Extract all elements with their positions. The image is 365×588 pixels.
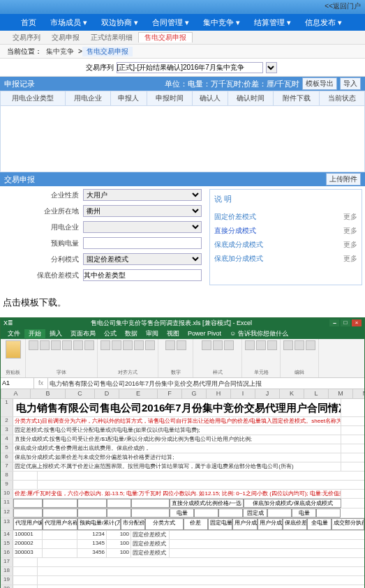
col-h[interactable]: H (207, 389, 231, 398)
border-icon[interactable] (62, 340, 72, 350)
close-button[interactable]: × (352, 319, 362, 326)
subnav-seq[interactable]: 交易序列 (7, 33, 46, 43)
col-c[interactable]: C (66, 389, 95, 398)
bc-sale-declare[interactable]: 售电交易申报 (82, 47, 133, 56)
menu-insert[interactable]: 插入 (45, 329, 66, 338)
menu-formula[interactable]: 公式 (100, 329, 121, 338)
note-5[interactable]: 保底成分成模式:售价费用超出底线费用。保底价成的， (13, 444, 341, 453)
merge-icon[interactable] (145, 340, 155, 350)
return-portal-link[interactable]: <<返回门户 (325, 1, 361, 11)
sel-location[interactable]: 衢州 (83, 205, 202, 217)
col-f[interactable]: F (158, 389, 182, 398)
col-d[interactable]: D (95, 389, 119, 398)
align-left-icon[interactable] (100, 340, 110, 350)
maximize-button[interactable]: □ (341, 319, 350, 326)
bc-bidding[interactable]: 集中竞争 (42, 47, 78, 56)
note-2[interactable]: 分类方式1)目前调查分为六种，六种以外的结算方式，请售电公司自行算出让还给用电户… (13, 417, 341, 425)
nav-home[interactable]: 首页 (14, 17, 43, 28)
col-g[interactable]: G (182, 389, 207, 398)
align-right-icon[interactable] (123, 340, 133, 350)
align-center-icon[interactable] (112, 340, 121, 350)
col-declare-time[interactable]: 申报时间 (147, 91, 192, 106)
upload-attachment-button[interactable]: 上传附件 (326, 173, 361, 186)
note-3[interactable]: 固定差模式:按售电公司受让分配电量或供电电量(如果仅以供电量结算电费); (13, 426, 341, 435)
subnav-declare[interactable]: 交易申报 (46, 33, 85, 43)
th-1[interactable]: 代理用户名称 (43, 518, 77, 530)
italic-icon[interactable] (40, 340, 50, 350)
menu-home[interactable]: 开始 (24, 329, 45, 338)
col-l[interactable]: L (304, 389, 329, 398)
minimize-button[interactable]: ‒ (329, 319, 339, 326)
nav-info[interactable]: 信息发布 ▾ (298, 17, 349, 28)
fill-icon[interactable] (73, 340, 83, 350)
desc-direct[interactable]: 直接分成模式更多 (214, 224, 357, 238)
font-color-icon[interactable] (84, 340, 94, 350)
th-14[interactable]: 成交部分执行价差 (332, 518, 364, 530)
th-8[interactable]: 用户分成比例 (232, 518, 258, 530)
note-6[interactable]: 保底加分成模式:如果价差与未成交部分偏差填补价格要进行结算; (13, 453, 341, 462)
nav-bilateral[interactable]: 双边协商 ▾ (94, 17, 145, 28)
underline-icon[interactable] (51, 340, 61, 350)
wrap-icon[interactable] (134, 340, 144, 350)
sum-icon[interactable] (283, 340, 293, 350)
col-company[interactable]: 用电企业 (66, 91, 111, 106)
sel-nature[interactable]: 大用户 (83, 189, 202, 201)
nav-market[interactable]: 市场成员 ▾ (43, 17, 94, 28)
delete-cell-icon[interactable] (256, 340, 266, 350)
col-type[interactable]: 用电企业类型 (1, 91, 66, 106)
col-k[interactable]: K (280, 389, 304, 398)
col-confirmer[interactable]: 确认人 (192, 91, 228, 106)
inp-floor-mode[interactable] (83, 269, 202, 281)
desc-floor-share[interactable]: 保底成分成模式更多 (214, 238, 357, 252)
th-3[interactable]: 市分配价差 (121, 518, 145, 530)
th-9[interactable]: 用户分成比例 (258, 518, 283, 530)
col-j[interactable]: J (255, 389, 280, 398)
sel-company[interactable] (83, 221, 202, 233)
find-icon[interactable] (306, 340, 315, 350)
menu-view[interactable]: 视图 (163, 329, 184, 338)
formula-input[interactable]: 电力销售有限公司售电公司2016年7月份集中竞价交易代理用户合同情况上报 (48, 378, 364, 389)
note-4[interactable]: 直接分成模式:按售电公司受让价差/$1配电量/乘以分成比例/分成比例为售电公司让… (13, 435, 341, 444)
col-status[interactable]: 当前状态 (319, 91, 364, 106)
currency-icon[interactable] (165, 340, 175, 350)
col-attachment[interactable]: 附件下载 (274, 91, 319, 106)
col-a[interactable]: A (1, 389, 31, 398)
menu-data[interactable]: 数据 (121, 329, 142, 338)
th-7[interactable]: 固定电量 (208, 518, 232, 530)
import-button[interactable]: 导入 (340, 77, 361, 90)
name-box[interactable]: A1 (1, 378, 34, 389)
col-i[interactable]: I (231, 389, 255, 398)
cell-style-icon[interactable] (224, 340, 234, 350)
menu-review[interactable]: 审阅 (142, 329, 163, 338)
d-14-0[interactable]: 100001 (13, 531, 43, 539)
desc-floor-plus[interactable]: 保底加分成模式更多 (214, 252, 357, 266)
col-confirm-time[interactable]: 确认时间 (228, 91, 274, 106)
sel-mode[interactable]: 固定价差模式 (83, 253, 202, 265)
col-declarer[interactable]: 申报人 (111, 91, 147, 106)
note-7[interactable]: 固定优惠上报模式:不属于价差让惠范围界限。按照用电费计算结果填写，属于非退电费累… (13, 462, 341, 471)
cond-format-icon[interactable] (202, 340, 211, 350)
note-10[interactable]: 价差:厘/千瓦时变值，六位小数以内. 如-13.5; 电量:万千瓦时 四位小数以… (13, 490, 341, 498)
th-5[interactable]: 价差 (184, 518, 208, 530)
seq-input[interactable] (117, 62, 263, 73)
fx-icon[interactable]: fx (34, 378, 48, 389)
th-0[interactable]: 代理用户编号 (13, 518, 43, 530)
desc-fixed[interactable]: 固定价差模式更多 (214, 210, 357, 224)
title-cell[interactable]: 电力销售有限公司售电公司2016年7月份集中竞价交易代理用户合同情况上报 (13, 399, 341, 416)
menu-layout[interactable]: 页面布局 (66, 329, 100, 338)
col-m[interactable]: M (329, 389, 353, 398)
seq-select[interactable] (266, 62, 277, 73)
insert-cell-icon[interactable] (245, 340, 255, 350)
menu-file[interactable]: 文件 (3, 329, 24, 338)
worksheet[interactable]: A B C D E F G H I J K L M N 1电力销售有限公司售电公… (1, 389, 364, 588)
col-e[interactable]: E (119, 389, 158, 398)
format-cell-icon[interactable] (267, 340, 277, 350)
col-n[interactable]: N (353, 389, 364, 398)
template-export-button[interactable]: 模板导出 (302, 77, 337, 90)
menu-powerpivot[interactable]: Power Pivot (184, 330, 225, 337)
th-2[interactable]: 预购电量/累计(万千瓦时) (77, 518, 121, 530)
row-1[interactable]: 1 (1, 399, 13, 416)
subnav-sale-declare[interactable]: 售电交易申报 (138, 32, 193, 43)
col-b[interactable]: B (31, 389, 66, 398)
table-style-icon[interactable] (213, 340, 223, 350)
